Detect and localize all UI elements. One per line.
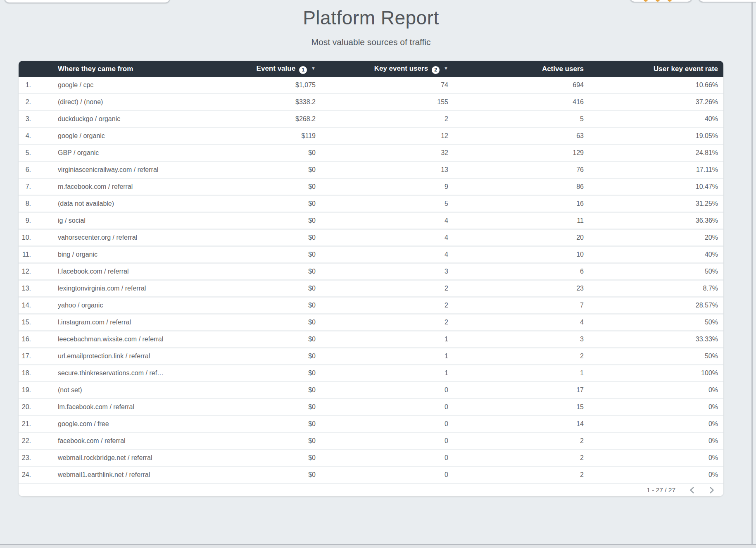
pagination-prev-button[interactable] [688, 486, 697, 495]
column-header-user-key-event-rate[interactable]: User key event rate [589, 61, 723, 77]
cell-source: url.emailprotection.link / referral [31, 348, 194, 365]
column-label: Active users [542, 65, 584, 73]
cell-event-value: $0 [194, 179, 321, 196]
cell-key-event-users: 2 [321, 111, 454, 128]
cell-event-value: $0 [194, 467, 321, 484]
cell-user-key-event-rate: 28.57% [589, 298, 723, 315]
column-header-key-event-users[interactable]: Key event users2▼ [321, 61, 454, 77]
row-rank: 18. [19, 365, 31, 382]
cell-key-event-users: 3 [321, 264, 454, 281]
cell-key-event-users: 0 [321, 416, 454, 433]
cell-user-key-event-rate: 36.36% [589, 213, 723, 230]
cell-source: leecebachman.wixsite.com / referral [31, 331, 194, 348]
cell-source: google / cpc [31, 77, 194, 94]
cell-key-event-users: 13 [321, 162, 454, 179]
row-rank: 11. [19, 247, 31, 264]
cell-active-users: 2 [454, 467, 589, 484]
cell-active-users: 2 [454, 450, 589, 467]
page-subtitle: Most valuable sources of traffic [19, 37, 723, 47]
cell-source: l.facebook.com / referral [31, 264, 194, 281]
table-row: 20.lm.facebook.com / referral$00150% [19, 399, 723, 416]
metric-badge-1: 1 [299, 66, 307, 74]
cell-user-key-event-rate: 50% [589, 264, 723, 281]
column-header-event-value[interactable]: Event value1▼ [194, 61, 321, 77]
sort-caret-icon[interactable]: ▼ [311, 66, 316, 71]
cell-event-value: $0 [194, 382, 321, 399]
cell-source: google / organic [31, 128, 194, 145]
cell-active-users: 63 [454, 128, 589, 145]
window-bottom-fill [0, 545, 756, 548]
cell-active-users: 10 [454, 247, 589, 264]
cell-active-users: 3 [454, 331, 589, 348]
cell-user-key-event-rate: 20% [589, 230, 723, 247]
window-right-edge [751, 0, 753, 548]
cell-event-value: $119 [194, 128, 321, 145]
cell-key-event-users: 9 [321, 179, 454, 196]
cell-event-value: $0 [194, 196, 321, 213]
table-header-row: Where they came from Event value1▼ Key e… [19, 61, 723, 77]
cutoff-card-top-right [630, 0, 692, 2]
cell-event-value: $0 [194, 450, 321, 467]
column-header-source[interactable]: Where they came from [19, 61, 194, 77]
cell-key-event-users: 0 [321, 467, 454, 484]
row-rank: 21. [19, 416, 31, 433]
table-row: 19.(not set)$00170% [19, 382, 723, 399]
cell-active-users: 7 [454, 298, 589, 315]
row-rank: 7. [19, 179, 31, 196]
cell-active-users: 5 [454, 111, 589, 128]
row-rank: 16. [19, 331, 31, 348]
cell-source: webmail1.earthlink.net / referral [31, 467, 194, 484]
table-row: 11.bing / organic$041040% [19, 247, 723, 264]
column-label: User key event rate [654, 65, 718, 73]
cell-event-value: $0 [194, 399, 321, 416]
cell-source: yahoo / organic [31, 298, 194, 315]
row-rank: 23. [19, 450, 31, 467]
table-row: 7.m.facebook.com / referral$098610.47% [19, 179, 723, 196]
table-row: 2.(direct) / (none)$338.215541637.26% [19, 94, 723, 111]
cell-source: GBP / organic [31, 145, 194, 162]
cell-key-event-users: 12 [321, 128, 454, 145]
cell-event-value: $0 [194, 315, 321, 331]
cell-event-value: $0 [194, 281, 321, 298]
cell-active-users: 6 [454, 264, 589, 281]
table-row: 22.facebook.com / referral$0020% [19, 433, 723, 450]
cell-event-value: $268.2 [194, 111, 321, 128]
table-row: 12.l.facebook.com / referral$03650% [19, 264, 723, 281]
column-header-active-users[interactable]: Active users [454, 61, 589, 77]
cell-key-event-users: 2 [321, 315, 454, 331]
column-label: Event value [257, 64, 296, 72]
cell-key-event-users: 0 [321, 399, 454, 416]
cell-user-key-event-rate: 17.11% [589, 162, 723, 179]
cell-active-users: 129 [454, 145, 589, 162]
table-row: 21.google.com / free$00140% [19, 416, 723, 433]
table-row: 9.ig / social$041136.36% [19, 213, 723, 230]
cell-source: (data not available) [31, 196, 194, 213]
cell-event-value: $0 [194, 433, 321, 450]
row-rank: 2. [19, 94, 31, 111]
cell-source: google.com / free [31, 416, 194, 433]
table-row: 15.l.instagram.com / referral$02450% [19, 315, 723, 331]
cell-user-key-event-rate: 0% [589, 382, 723, 399]
traffic-sources-table: Where they came from Event value1▼ Key e… [19, 61, 723, 484]
table-row: 6.virginiascenicrailway.com / referral$0… [19, 162, 723, 179]
table-body: 1.google / cpc$1,0757469410.66%2.(direct… [19, 77, 723, 484]
table-row: 17.url.emailprotection.link / referral$0… [19, 348, 723, 365]
cell-user-key-event-rate: 37.26% [589, 94, 723, 111]
cell-event-value: $0 [194, 162, 321, 179]
row-rank: 15. [19, 315, 31, 331]
pagination-next-button[interactable] [707, 486, 716, 495]
cell-user-key-event-rate: 50% [589, 315, 723, 331]
cell-active-users: 20 [454, 230, 589, 247]
cell-key-event-users: 0 [321, 433, 454, 450]
row-rank: 10. [19, 230, 31, 247]
cell-key-event-users: 0 [321, 450, 454, 467]
cell-active-users: 11 [454, 213, 589, 230]
cell-user-key-event-rate: 33.33% [589, 331, 723, 348]
cell-active-users: 86 [454, 179, 589, 196]
sort-caret-icon[interactable]: ▼ [444, 66, 448, 71]
cell-active-users: 15 [454, 399, 589, 416]
row-rank: 17. [19, 348, 31, 365]
cell-event-value: $0 [194, 348, 321, 365]
row-rank: 9. [19, 213, 31, 230]
row-rank: 1. [19, 77, 31, 94]
